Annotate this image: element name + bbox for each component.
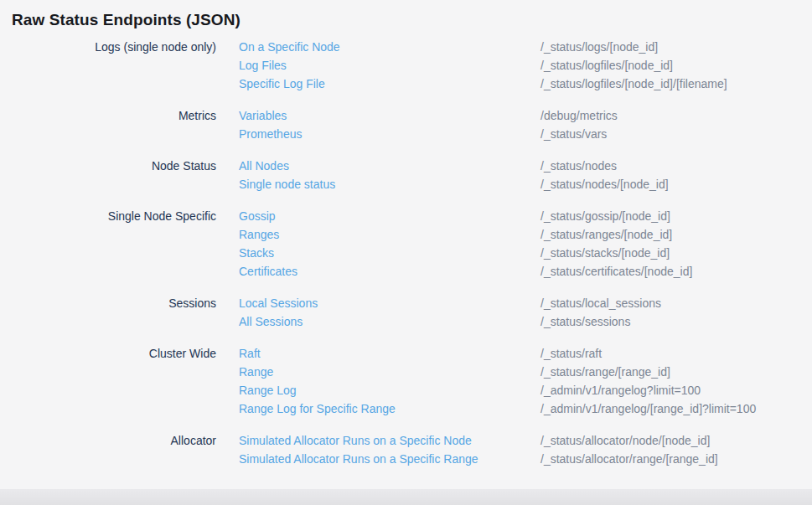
category-label: Node Status [0, 157, 216, 175]
category-label: Cluster Wide [0, 344, 216, 363]
endpoint-link[interactable]: Variables [239, 106, 540, 125]
endpoint-row: Stacks /_status/stacks/[node_id] [239, 244, 812, 262]
endpoint-link[interactable]: Simulated Allocator Runs on a Specific R… [239, 450, 540, 468]
endpoint-row: All Nodes /_status/nodes [239, 157, 812, 175]
endpoint-link[interactable]: Range Log [239, 381, 540, 399]
endpoint-link[interactable]: Range Log for Specific Range [239, 399, 540, 418]
endpoint-path: /_status/ranges/[node_id] [540, 225, 812, 244]
endpoint-path: /_status/vars [540, 125, 812, 143]
endpoint-row: Simulated Allocator Runs on a Specific N… [239, 431, 812, 450]
endpoint-rows: Simulated Allocator Runs on a Specific N… [239, 431, 812, 468]
endpoint-rows: All Nodes /_status/nodes Single node sta… [239, 157, 812, 193]
endpoint-row: Ranges /_status/ranges/[node_id] [239, 225, 812, 244]
endpoint-row: Range /_status/range/[range_id] [239, 363, 812, 381]
endpoint-link[interactable]: All Nodes [239, 157, 540, 175]
endpoint-group: Single Node Specific Gossip /_status/gos… [0, 207, 812, 281]
category-label: Allocator [0, 431, 216, 450]
endpoint-link[interactable]: Log Files [239, 56, 540, 75]
endpoint-rows: Gossip /_status/gossip/[node_id] Ranges … [239, 207, 812, 281]
endpoint-link[interactable]: All Sessions [239, 312, 540, 331]
endpoint-groups: Logs (single node only) On a Specific No… [0, 38, 812, 468]
endpoint-path: /_status/logs/[node_id] [540, 38, 812, 56]
endpoint-path: /_status/nodes [540, 157, 812, 175]
endpoint-group: Logs (single node only) On a Specific No… [0, 38, 812, 93]
endpoint-link[interactable]: Raft [239, 344, 540, 363]
endpoint-row: Raft /_status/raft [239, 344, 812, 363]
endpoint-row: Gossip /_status/gossip/[node_id] [239, 207, 812, 225]
endpoint-row: Specific Log File /_status/logfiles/[nod… [239, 75, 812, 93]
endpoint-path: /_status/logfiles/[node_id] [540, 56, 812, 75]
endpoint-link[interactable]: Local Sessions [239, 294, 540, 312]
endpoint-rows: Variables /debug/metrics Prometheus /_st… [239, 106, 812, 143]
endpoint-path: /_status/certificates/[node_id] [540, 262, 812, 281]
endpoint-path: /_status/allocator/node/[node_id] [540, 431, 812, 450]
page-title: Raw Status Endpoints (JSON) [0, 0, 812, 38]
endpoint-rows: On a Specific Node /_status/logs/[node_i… [239, 38, 812, 93]
endpoint-row: Certificates /_status/certificates/[node… [239, 262, 812, 281]
endpoint-row: Range Log /_admin/v1/rangelog?limit=100 [239, 381, 812, 399]
endpoint-path: /_status/local_sessions [540, 294, 812, 312]
endpoint-path: /_admin/v1/rangelog/[range_id]?limit=100 [540, 399, 812, 418]
endpoint-path: /debug/metrics [540, 106, 812, 125]
category-label: Sessions [0, 294, 216, 312]
endpoint-row: Range Log for Specific Range /_admin/v1/… [239, 399, 812, 418]
category-label: Logs (single node only) [0, 38, 216, 56]
endpoint-rows: Raft /_status/raft Range /_status/range/… [239, 344, 812, 418]
endpoint-path: /_status/range/[range_id] [540, 363, 812, 381]
endpoint-path: /_status/stacks/[node_id] [540, 244, 812, 262]
footer-band [0, 489, 812, 505]
endpoint-row: Log Files /_status/logfiles/[node_id] [239, 56, 812, 75]
endpoint-link[interactable]: Specific Log File [239, 75, 540, 93]
endpoint-path: /_status/nodes/[node_id] [540, 175, 812, 193]
endpoint-path: /_status/sessions [540, 312, 812, 331]
endpoint-path: /_status/allocator/range/[range_id] [540, 450, 812, 468]
endpoint-row: All Sessions /_status/sessions [239, 312, 812, 331]
endpoint-link[interactable]: Range [239, 363, 540, 381]
endpoint-link[interactable]: Prometheus [239, 125, 540, 143]
endpoint-rows: Local Sessions /_status/local_sessions A… [239, 294, 812, 331]
endpoint-link[interactable]: Certificates [239, 262, 540, 281]
raw-status-endpoints-page: Raw Status Endpoints (JSON) Logs (single… [0, 0, 812, 505]
endpoint-row: Prometheus /_status/vars [239, 125, 812, 143]
endpoint-path: /_status/logfiles/[node_id]/[filename] [540, 75, 812, 93]
endpoint-row: Single node status /_status/nodes/[node_… [239, 175, 812, 193]
endpoint-link[interactable]: Stacks [239, 244, 540, 262]
endpoint-link[interactable]: Gossip [239, 207, 540, 225]
endpoint-link[interactable]: Single node status [239, 175, 540, 193]
endpoint-link[interactable]: Ranges [239, 225, 540, 244]
endpoint-path: /_status/gossip/[node_id] [540, 207, 812, 225]
endpoint-row: Variables /debug/metrics [239, 106, 812, 125]
endpoint-group: Metrics Variables /debug/metrics Prometh… [0, 106, 812, 143]
category-label: Single Node Specific [0, 207, 216, 225]
endpoint-group: Allocator Simulated Allocator Runs on a … [0, 431, 812, 468]
endpoint-row: On a Specific Node /_status/logs/[node_i… [239, 38, 812, 56]
endpoint-row: Simulated Allocator Runs on a Specific R… [239, 450, 812, 468]
endpoint-row: Local Sessions /_status/local_sessions [239, 294, 812, 312]
endpoint-group: Sessions Local Sessions /_status/local_s… [0, 294, 812, 331]
endpoint-link[interactable]: Simulated Allocator Runs on a Specific N… [239, 431, 540, 450]
endpoint-path: /_status/raft [540, 344, 812, 363]
endpoint-group: Node Status All Nodes /_status/nodes Sin… [0, 157, 812, 193]
endpoint-group: Cluster Wide Raft /_status/raft Range /_… [0, 344, 812, 418]
endpoint-link[interactable]: On a Specific Node [239, 38, 540, 56]
endpoint-path: /_admin/v1/rangelog?limit=100 [540, 381, 812, 399]
category-label: Metrics [0, 106, 216, 125]
